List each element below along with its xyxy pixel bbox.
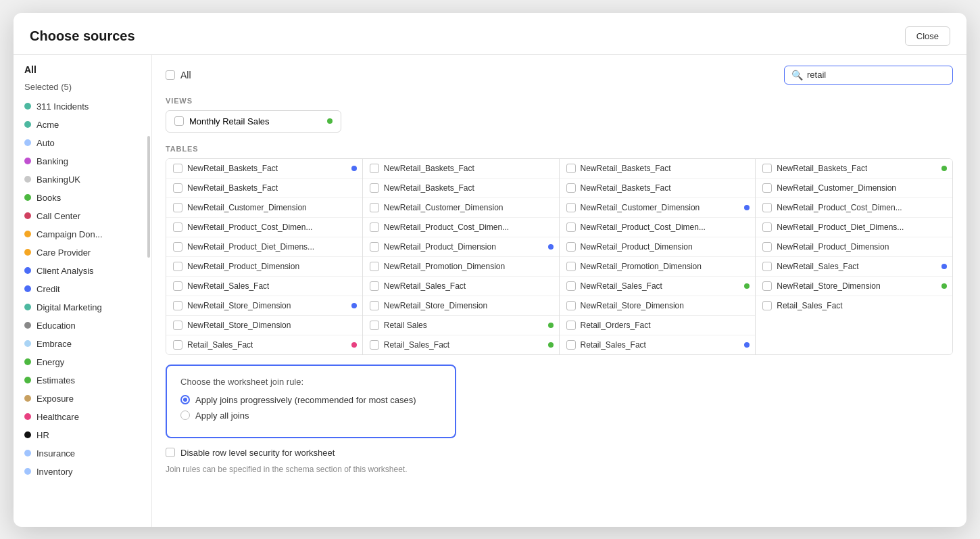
table-row[interactable]: NewRetail_Baskets_Fact xyxy=(363,179,559,198)
sidebar-item-exposure[interactable]: Exposure xyxy=(14,390,151,408)
table-row-checkbox[interactable] xyxy=(370,301,379,310)
table-row-checkbox[interactable] xyxy=(173,183,182,193)
table-row[interactable]: NewRetail_Baskets_Fact xyxy=(363,159,559,179)
sidebar-item-auto[interactable]: Auto xyxy=(14,134,151,152)
table-row[interactable]: NewRetail_Product_Cost_Dimen... xyxy=(363,218,559,237)
sidebar-scrollbar[interactable] xyxy=(147,136,150,258)
table-row[interactable]: NewRetail_Store_Dimension xyxy=(166,296,362,316)
table-row-checkbox[interactable] xyxy=(370,242,379,252)
table-row-checkbox[interactable] xyxy=(566,164,576,173)
sidebar-item-client-analysis[interactable]: Client Analysis xyxy=(14,262,151,280)
table-row[interactable]: Retail_Orders_Fact xyxy=(560,316,756,335)
table-row[interactable]: NewRetail_Sales_Fact xyxy=(363,277,559,296)
table-row-checkbox[interactable] xyxy=(370,164,379,173)
sidebar-all-label[interactable]: All xyxy=(14,60,151,79)
table-row[interactable]: NewRetail_Product_Dimension xyxy=(166,257,362,277)
apply-all-joins-radio[interactable]: Apply all joins xyxy=(180,411,441,421)
table-row-checkbox[interactable] xyxy=(370,222,379,232)
table-row-checkbox[interactable] xyxy=(370,340,379,350)
sidebar-item-311-incidents[interactable]: 311 Incidents xyxy=(14,97,151,116)
sidebar-item-care-provider[interactable]: Care Provider xyxy=(14,243,151,262)
monthly-retail-sales-checkbox[interactable] xyxy=(174,116,184,126)
table-row-checkbox[interactable] xyxy=(173,321,182,330)
table-row-checkbox[interactable] xyxy=(566,242,576,252)
table-row-checkbox[interactable] xyxy=(762,222,772,232)
table-row[interactable]: NewRetail_Baskets_Fact xyxy=(166,159,362,179)
table-row-checkbox[interactable] xyxy=(370,183,379,193)
monthly-retail-sales-card[interactable]: Monthly Retail Sales xyxy=(166,110,341,133)
table-row[interactable]: NewRetail_Store_Dimension xyxy=(363,296,559,316)
table-row[interactable]: NewRetail_Baskets_Fact xyxy=(756,159,952,179)
table-row-checkbox[interactable] xyxy=(762,203,772,212)
table-row[interactable]: Retail_Sales_Fact xyxy=(363,335,559,354)
table-row-checkbox[interactable] xyxy=(566,262,576,271)
table-row[interactable]: NewRetail_Customer_Dimension xyxy=(363,198,559,218)
sidebar-item-insurance[interactable]: Insurance xyxy=(14,444,151,463)
table-row[interactable]: NewRetail_Product_Dimension xyxy=(756,237,952,257)
sidebar-item-healthcare[interactable]: Healthcare xyxy=(14,408,151,426)
disable-row-security-checkbox[interactable] xyxy=(166,448,175,457)
sidebar-item-education[interactable]: Education xyxy=(14,317,151,335)
sidebar-item-hr[interactable]: HR xyxy=(14,426,151,444)
apply-all-joins-radio-icon[interactable] xyxy=(180,411,190,420)
search-input[interactable] xyxy=(807,70,946,80)
table-row-checkbox[interactable] xyxy=(566,301,576,310)
table-row[interactable]: NewRetail_Product_Diet_Dimens... xyxy=(756,218,952,237)
table-row[interactable]: NewRetail_Promotion_Dimension xyxy=(560,257,756,277)
sidebar-item-inventory[interactable]: Inventory xyxy=(14,463,151,481)
sidebar-item-campaign-don...[interactable]: Campaign Don... xyxy=(14,225,151,243)
table-row-checkbox[interactable] xyxy=(173,340,182,350)
table-row-checkbox[interactable] xyxy=(173,281,182,291)
sidebar-item-credit[interactable]: Credit xyxy=(14,280,151,298)
table-row[interactable]: NewRetail_Product_Dimension xyxy=(363,237,559,257)
table-row-checkbox[interactable] xyxy=(566,281,576,291)
table-row-checkbox[interactable] xyxy=(762,281,772,291)
table-row[interactable]: NewRetail_Customer_Dimension xyxy=(166,198,362,218)
table-row-checkbox[interactable] xyxy=(566,340,576,350)
apply-progressively-radio-icon[interactable] xyxy=(180,395,190,404)
all-checkbox[interactable] xyxy=(166,70,175,80)
table-row[interactable]: NewRetail_Baskets_Fact xyxy=(560,159,756,179)
table-row-checkbox[interactable] xyxy=(566,183,576,193)
table-row-checkbox[interactable] xyxy=(762,164,772,173)
sidebar-item-digital-marketing[interactable]: Digital Marketing xyxy=(14,298,151,317)
table-row[interactable]: Retail_Sales_Fact xyxy=(756,296,952,315)
table-row-checkbox[interactable] xyxy=(370,281,379,291)
table-row-checkbox[interactable] xyxy=(566,321,576,330)
table-row[interactable]: NewRetail_Sales_Fact xyxy=(756,257,952,277)
table-row-checkbox[interactable] xyxy=(762,183,772,193)
table-row[interactable]: NewRetail_Customer_Dimension xyxy=(560,198,756,218)
table-row[interactable]: NewRetail_Baskets_Fact xyxy=(560,179,756,198)
table-row-checkbox[interactable] xyxy=(370,262,379,271)
table-row-checkbox[interactable] xyxy=(762,301,772,310)
table-row[interactable]: NewRetail_Customer_Dimension xyxy=(756,179,952,198)
table-row[interactable]: NewRetail_Store_Dimension xyxy=(560,296,756,316)
sidebar-item-embrace[interactable]: Embrace xyxy=(14,335,151,353)
table-row-checkbox[interactable] xyxy=(173,242,182,252)
sidebar-item-call-center[interactable]: Call Center xyxy=(14,207,151,225)
table-row[interactable]: NewRetail_Promotion_Dimension xyxy=(363,257,559,277)
table-row[interactable]: NewRetail_Baskets_Fact xyxy=(166,179,362,198)
table-row[interactable]: Retail_Sales_Fact xyxy=(166,335,362,354)
table-row-checkbox[interactable] xyxy=(566,203,576,212)
sidebar-item-acme[interactable]: Acme xyxy=(14,116,151,134)
table-row-checkbox[interactable] xyxy=(762,262,772,271)
close-button[interactable]: Close xyxy=(905,26,950,46)
table-row[interactable]: NewRetail_Product_Diet_Dimens... xyxy=(166,237,362,257)
table-row-checkbox[interactable] xyxy=(173,203,182,212)
table-row[interactable]: NewRetail_Store_Dimension xyxy=(166,316,362,335)
table-row[interactable]: NewRetail_Product_Cost_Dimen... xyxy=(756,198,952,218)
sidebar-item-energy[interactable]: Energy xyxy=(14,353,151,371)
table-row[interactable]: Retail Sales xyxy=(363,316,559,335)
table-row-checkbox[interactable] xyxy=(173,164,182,173)
table-row-checkbox[interactable] xyxy=(173,262,182,271)
sidebar-item-banking[interactable]: Banking xyxy=(14,152,151,170)
table-row-checkbox[interactable] xyxy=(370,321,379,330)
table-row[interactable]: NewRetail_Product_Cost_Dimen... xyxy=(560,218,756,237)
table-row-checkbox[interactable] xyxy=(566,222,576,232)
table-row-checkbox[interactable] xyxy=(173,301,182,310)
table-row[interactable]: Retail_Sales_Fact xyxy=(560,335,756,354)
table-row-checkbox[interactable] xyxy=(173,222,182,232)
sidebar-item-estimates[interactable]: Estimates xyxy=(14,371,151,390)
table-row[interactable]: NewRetail_Store_Dimension xyxy=(756,277,952,296)
